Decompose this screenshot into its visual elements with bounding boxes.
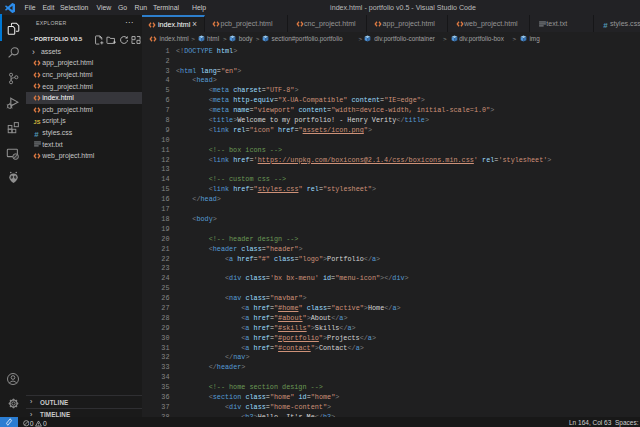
svg-text:JS: JS <box>34 119 41 125</box>
svg-text:#: # <box>603 20 608 28</box>
svg-text:#: # <box>34 129 39 137</box>
